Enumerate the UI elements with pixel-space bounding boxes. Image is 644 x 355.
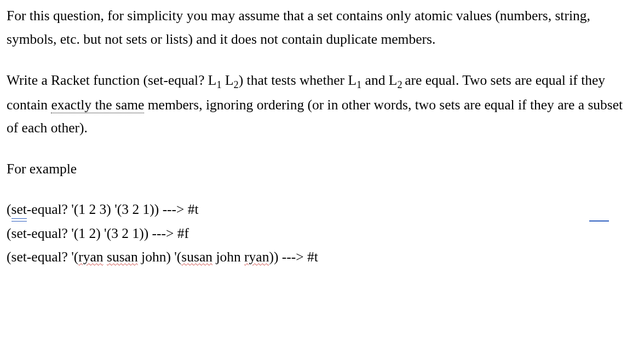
example-2: (set-equal? '(1 2) '(3 2 1)) ---> #f — [7, 223, 637, 245]
task-text-lead: Write a Racket function (set-equal? L — [7, 72, 216, 88]
document-page: For this question, for simplicity you ma… — [0, 0, 644, 278]
ex1-paren: ( — [7, 201, 12, 217]
ex3-susan: susan — [107, 249, 138, 265]
intro-paragraph: For this question, for simplicity you ma… — [7, 4, 637, 51]
insertion-caret-icon — [589, 220, 609, 222]
task-paragraph: Write a Racket function (set-equal? L1 L… — [7, 69, 637, 141]
emphasis-underline: exactly the same — [51, 97, 144, 113]
subscript-2a: 2 — [234, 79, 239, 90]
example-heading: For example — [7, 158, 637, 181]
task-text-m2: ) that tests whether L — [239, 72, 357, 88]
examples-block: (set-equal? '(1 2 3) '(3 2 1)) ---> #t (… — [7, 199, 637, 268]
example-1: (set-equal? '(1 2 3) '(3 2 1)) ---> #t — [7, 199, 637, 220]
ex3-c: john — [212, 249, 244, 265]
ex3-a: (set-equal? '( — [7, 249, 78, 265]
subscript-1a: 1 — [216, 79, 221, 90]
ex3-ryan: ryan — [78, 249, 103, 265]
task-text-m1: L — [222, 72, 234, 88]
subscript-2b: 2 — [397, 79, 405, 90]
ex1-set-word: set — [12, 199, 27, 220]
example-3: (set-equal? '(ryan susan john) '(susan j… — [7, 246, 637, 268]
ex1-rest: -equal? '(1 2 3) '(3 2 1)) ---> #t — [27, 201, 199, 217]
ex3-susan2: susan — [181, 249, 212, 265]
ex3-b: john) '( — [138, 249, 182, 265]
subscript-1b: 1 — [357, 79, 361, 90]
task-text-m3: and L — [361, 72, 397, 88]
ex3-ryan2: ryan — [244, 249, 269, 265]
ex3-d: )) ---> #t — [269, 249, 318, 265]
